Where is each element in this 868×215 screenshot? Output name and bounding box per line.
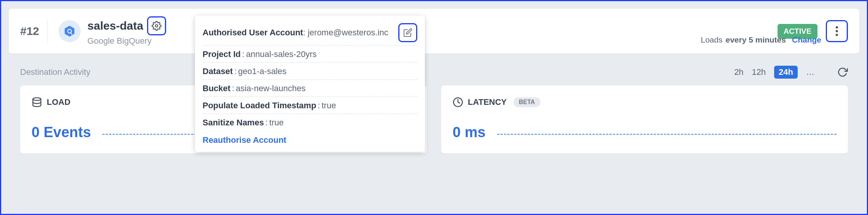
destination-id: #12 (20, 25, 39, 38)
popup-value: jerome@westeros.inc (308, 28, 388, 37)
popup-label: Dataset (203, 66, 233, 76)
time-tab-2h[interactable]: 2h (734, 67, 743, 77)
settings-button[interactable] (147, 16, 166, 35)
more-menu-button[interactable] (826, 20, 848, 42)
svg-point-3 (155, 25, 158, 27)
latency-value: 0 ms (453, 124, 486, 141)
gear-icon (152, 21, 162, 31)
load-value: 0 Events (32, 124, 91, 141)
destination-header: #12 sales-data Google BigQuery ACTIVE (9, 9, 859, 54)
popup-value: true (322, 101, 336, 111)
latency-title: LATENCY (468, 97, 507, 107)
beta-badge: BETA (513, 97, 540, 107)
svg-point-5 (836, 30, 838, 32)
edit-icon (403, 28, 412, 37)
destination-subtitle: Google BigQuery (87, 36, 166, 46)
destination-title: sales-data (87, 19, 143, 32)
svg-point-4 (836, 26, 838, 28)
loads-prefix: Loads (701, 35, 722, 44)
settings-popup: Authorised User Account: jerome@westeros… (195, 16, 425, 152)
load-title: LOAD (47, 97, 70, 107)
latency-card: LATENCY BETA 0 ms (441, 85, 848, 153)
time-tab-24h[interactable]: 24h (774, 66, 798, 79)
svg-point-1 (68, 30, 71, 32)
popup-label: Bucket (203, 84, 230, 93)
activity-row: Destination Activity 2h 12h 24h … (9, 54, 859, 85)
change-schedule-link[interactable]: Change (792, 35, 821, 44)
popup-value: annual-sales-20yrs (246, 49, 317, 59)
refresh-icon (837, 67, 848, 77)
svg-point-7 (33, 98, 41, 100)
popup-label: Project Id (203, 49, 241, 59)
popup-label: Authorised User Account (203, 28, 303, 37)
load-schedule: Loads every 5 minutes Change (701, 35, 821, 44)
divider (48, 20, 48, 43)
time-range-tabs: 2h 12h 24h … (734, 66, 814, 79)
bigquery-icon (59, 20, 81, 42)
clock-icon (453, 97, 463, 108)
sparkline-placeholder (497, 134, 836, 135)
refresh-button[interactable] (837, 67, 848, 77)
dots-vertical-icon (835, 25, 838, 37)
svg-point-6 (836, 34, 838, 36)
time-tab-more[interactable]: … (806, 67, 814, 77)
activity-title: Destination Activity (20, 67, 90, 77)
popup-label: Sanitize Names (203, 118, 264, 128)
popup-label: Populate Loaded Timestamp (203, 101, 316, 111)
edit-account-button[interactable] (398, 23, 417, 42)
time-tab-12h[interactable]: 12h (752, 67, 766, 77)
popup-value: true (269, 118, 284, 128)
popup-value: geo1-a-sales (238, 66, 287, 76)
loads-interval: every 5 minutes (725, 35, 786, 44)
reauthorise-link[interactable]: Reauthorise Account (203, 131, 417, 145)
popup-value: asia-new-launches (236, 84, 305, 93)
database-icon (32, 97, 42, 108)
